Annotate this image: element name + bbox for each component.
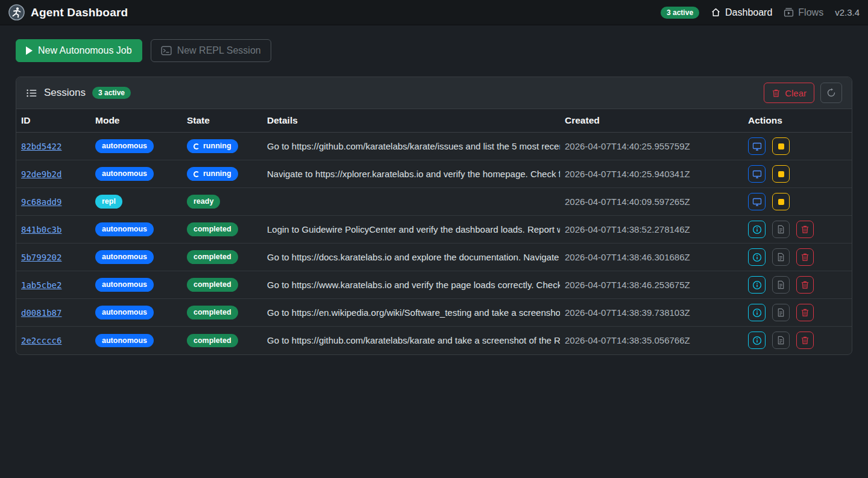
delete-session-button[interactable] xyxy=(796,332,814,349)
session-actions xyxy=(748,304,847,321)
sessions-title: Sessions xyxy=(44,87,86,99)
delete-session-button[interactable] xyxy=(796,248,814,266)
delete-session-button[interactable] xyxy=(796,304,814,321)
session-info-button[interactable] xyxy=(748,276,766,294)
session-log-button[interactable] xyxy=(772,248,790,266)
session-actions xyxy=(748,221,847,238)
clear-label: Clear xyxy=(785,88,807,98)
refresh-icon xyxy=(826,88,836,98)
mode-badge: autonomous xyxy=(95,278,154,292)
session-log-button[interactable] xyxy=(772,276,790,294)
session-row: 5b799202 autonomous completed Go to http… xyxy=(16,244,852,271)
state-label: running xyxy=(203,142,231,150)
new-autonomous-job-button[interactable]: New Autonomous Job xyxy=(16,39,142,62)
mode-badge: autonomous xyxy=(95,167,154,181)
session-id-link[interactable]: 2e2cccc6 xyxy=(21,336,61,345)
refresh-sessions-button[interactable] xyxy=(820,83,842,103)
state-badge: running xyxy=(187,167,238,181)
session-created: 2026-04-07T14:40:25.955759Z xyxy=(560,133,743,160)
session-row: 9c68add9 repl ready 2026-04-07T14:40:09.… xyxy=(16,188,852,216)
file-text-icon xyxy=(776,280,785,289)
view-session-button[interactable] xyxy=(748,137,766,155)
trash-icon xyxy=(800,280,810,289)
session-row: 92de9b2d autonomous running Navigate to … xyxy=(16,160,852,188)
col-header-mode: Mode xyxy=(90,109,182,133)
monitor-icon xyxy=(752,197,762,207)
sessions-panel: Sessions 3 active Clear xyxy=(16,77,852,355)
trash-icon xyxy=(800,253,810,262)
session-id-link[interactable]: 82bd5422 xyxy=(21,142,61,151)
view-session-button[interactable] xyxy=(748,165,766,183)
session-row: 841b0c3b autonomous completed Login to G… xyxy=(16,216,852,244)
session-created: 2026-04-07T14:38:52.278146Z xyxy=(560,216,743,244)
app-title: Agent Dashboard xyxy=(31,6,128,19)
session-info-button[interactable] xyxy=(748,304,766,321)
file-text-icon xyxy=(776,253,785,262)
stop-icon xyxy=(778,199,784,205)
stop-icon xyxy=(778,171,784,177)
delete-session-button[interactable] xyxy=(796,221,814,238)
session-row: 1ab5cbe2 autonomous completed Go to http… xyxy=(16,271,852,299)
session-info-button[interactable] xyxy=(748,248,766,266)
session-info-button[interactable] xyxy=(748,221,766,238)
nav-dashboard[interactable]: Dashboard xyxy=(711,7,772,18)
state-label: completed xyxy=(193,253,231,261)
session-id-link[interactable]: d0081b87 xyxy=(21,308,61,318)
mode-badge: repl xyxy=(95,195,122,209)
info-icon xyxy=(752,336,762,345)
session-log-button[interactable] xyxy=(772,221,790,238)
session-id-link[interactable]: 1ab5cbe2 xyxy=(21,280,61,290)
stop-session-button[interactable] xyxy=(772,165,790,183)
view-session-button[interactable] xyxy=(748,193,766,210)
session-details: Login to Guidewire PolicyCenter and veri… xyxy=(262,216,560,244)
col-header-created: Created xyxy=(560,109,743,133)
mode-badge: autonomous xyxy=(95,306,154,319)
sessions-table: ID Mode State Details Created Actions 82… xyxy=(16,109,852,354)
active-count-badge: 3 active xyxy=(661,7,699,19)
session-actions xyxy=(748,137,847,155)
session-actions xyxy=(748,248,847,266)
session-details: Navigate to https://xplorer.karatelabs.i… xyxy=(262,160,560,188)
info-icon xyxy=(752,308,762,318)
stop-session-button[interactable] xyxy=(772,137,790,155)
new-repl-session-label: New REPL Session xyxy=(177,45,261,56)
session-info-button[interactable] xyxy=(748,332,766,349)
sessions-active-badge: 3 active xyxy=(92,87,131,99)
state-badge: completed xyxy=(187,222,238,236)
clear-sessions-button[interactable]: Clear xyxy=(764,83,814,103)
session-id-link[interactable]: 92de9b2d xyxy=(21,169,61,179)
stop-session-button[interactable] xyxy=(772,193,790,210)
mode-badge: autonomous xyxy=(95,334,154,348)
state-badge: completed xyxy=(187,278,238,292)
session-details xyxy=(262,188,560,216)
trash-icon xyxy=(772,89,781,98)
session-details: Go to https://github.com/karatelabs/kara… xyxy=(262,327,560,354)
info-icon xyxy=(752,225,762,234)
state-badge: running xyxy=(187,139,238,153)
session-details: Go to https://www.karatelabs.io and veri… xyxy=(262,271,560,299)
info-icon xyxy=(752,280,762,290)
session-created: 2026-04-07T14:40:09.597265Z xyxy=(560,188,743,216)
home-icon xyxy=(711,7,721,17)
session-actions xyxy=(748,332,847,349)
session-log-button[interactable] xyxy=(772,304,790,321)
app-version: v2.3.4 xyxy=(835,7,860,17)
col-header-details: Details xyxy=(262,109,560,133)
nav-flows[interactable]: Flows xyxy=(784,7,823,18)
new-repl-session-button[interactable]: New REPL Session xyxy=(151,39,271,62)
trash-icon xyxy=(800,336,810,345)
state-label: running xyxy=(203,170,231,178)
trash-icon xyxy=(800,308,810,317)
session-created: 2026-04-07T14:40:25.940341Z xyxy=(560,160,743,188)
session-id-link[interactable]: 5b799202 xyxy=(21,253,61,262)
top-navbar: Agent Dashboard 3 active Dashboard Flows… xyxy=(0,0,868,25)
state-badge: completed xyxy=(187,306,238,319)
session-created: 2026-04-07T14:38:35.056766Z xyxy=(560,327,743,354)
delete-session-button[interactable] xyxy=(796,276,814,294)
monitor-icon xyxy=(752,169,762,179)
mode-badge: autonomous xyxy=(95,222,154,236)
session-id-link[interactable]: 841b0c3b xyxy=(21,225,61,234)
file-text-icon xyxy=(776,336,785,345)
session-id-link[interactable]: 9c68add9 xyxy=(21,197,61,207)
session-log-button[interactable] xyxy=(772,332,790,349)
